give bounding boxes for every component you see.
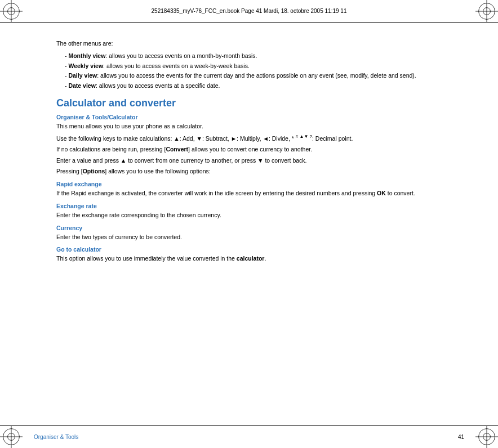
main-section-title: Calculator and converter [56,97,464,109]
subsection-rapid-exchange: Rapid exchange If the Rapid exchange is … [56,181,464,198]
calculator-para4: Enter a value and press ▲ to convert fro… [56,156,464,165]
subsection-currency: Currency Enter the two types of currency… [56,225,464,242]
bullet-date-label: Date view [68,82,95,89]
subsection-exchange-rate-title: Exchange rate [56,203,464,209]
bullet-daily-label: Daily view [68,72,97,79]
bullet-daily-text: : allows you to access the events for th… [97,72,416,79]
intro-lead: The other menus are: [56,39,464,48]
bullet-list: Monthly view: allows you to access event… [65,52,464,91]
subsection-calculator: Organiser & Tools/Calculator This menu a… [56,114,464,176]
subsection-rapid-exchange-title: Rapid exchange [56,181,464,187]
footer-left-text: Organiser & Tools [34,434,78,440]
bullet-item-monthly: Monthly view: allows you to access event… [65,52,464,61]
intro-block: The other menus are: [56,39,464,48]
subsection-calculator-title: Organiser & Tools/Calculator [56,114,464,120]
header-bar: 252184335_myV-76_FCC_en.book Page 41 Mar… [0,0,498,23]
calculator-para1: This menu allows you to use your phone a… [56,122,464,131]
calculator-para3: If no calculations are being run, pressi… [56,145,464,154]
currency-para: Enter the two types of currency to be co… [56,233,464,242]
bullet-date-text: : allows you to access events at a speci… [96,82,220,89]
bullet-item-date: Date view: allows you to access events a… [65,82,464,91]
bullet-item-weekly: Weekly view: allows you to access events… [65,62,464,71]
bullet-weekly-text: : allows you to access events on a week-… [103,62,250,69]
rapid-exchange-para: If the Rapid exchange is activated, the … [56,189,464,198]
bullet-item-daily: Daily view: allows you to access the eve… [65,71,464,80]
subsection-go-to-calculator: Go to calculator This option allows you … [56,246,464,263]
calculator-para5: Pressing [Options] allows you to use the… [56,167,464,176]
content-area: The other menus are: Monthly view: allow… [56,23,464,425]
bullet-weekly-label: Weekly view [68,62,103,69]
bullet-monthly-text: : allows you to access events on a month… [105,52,257,59]
subsection-go-to-calculator-title: Go to calculator [56,246,464,253]
footer: Organiser & Tools 41 [0,425,498,448]
subsection-exchange-rate: Exchange rate Enter the exchange rate co… [56,203,464,220]
go-to-calculator-para: This option allows you to use immediatel… [56,254,464,263]
book-reference: 252184335_myV-76_FCC_en.book Page 41 Mar… [152,8,347,14]
footer-right-text: 41 [458,434,464,440]
page-container: 252184335_myV-76_FCC_en.book Page 41 Mar… [0,0,498,448]
exchange-rate-para: Enter the exchange rate corresponding to… [56,211,464,220]
subsection-currency-title: Currency [56,225,464,231]
calculator-para2: Use the following keys to make calculati… [56,133,464,143]
bullet-monthly-label: Monthly view [68,52,105,59]
